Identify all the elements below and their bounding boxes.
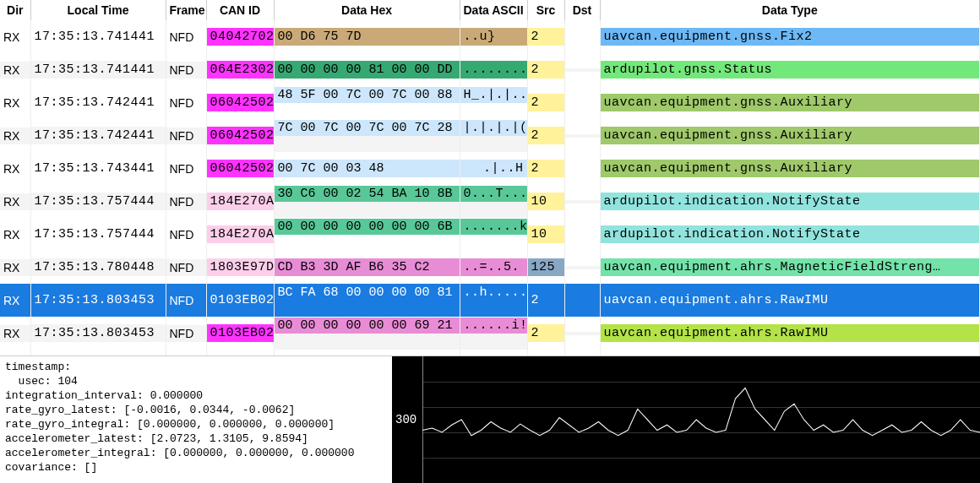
plot-y-label: 300	[395, 413, 416, 426]
col-ascii[interactable]: Data ASCII	[460, 0, 527, 20]
table-row[interactable]: RX17:35:13.803453NFD0103EB0200 00 00 00 …	[0, 317, 980, 350]
table-row[interactable]: RX17:35:13.803453NFD0103EB02BC FA 68 00 …	[0, 284, 980, 317]
table-row[interactable]: RX17:35:13.780448NFD1803E97DCD B3 3D AF …	[0, 251, 980, 284]
table-header-row: Dir Local Time Frame CAN ID Data Hex Dat…	[0, 0, 980, 20]
col-src[interactable]: Src	[527, 0, 564, 20]
table-row[interactable]: RX17:35:13.742441NFD060425027C 00 7C 00 …	[0, 119, 980, 152]
table-row[interactable]	[0, 350, 980, 356]
col-canid[interactable]: CAN ID	[206, 0, 274, 20]
table-row[interactable]: RX17:35:13.741441NFD0404270200 D6 75 7D.…	[0, 20, 980, 53]
col-hex[interactable]: Data Hex	[274, 0, 460, 20]
col-type[interactable]: Data Type	[600, 0, 980, 20]
table-row[interactable]: RX17:35:13.743441NFD0604250200 7C 00 03 …	[0, 152, 980, 185]
plot-pane[interactable]: 300	[392, 356, 980, 483]
col-time[interactable]: Local Time	[30, 0, 166, 20]
col-dst[interactable]: Dst	[564, 0, 600, 20]
table-row[interactable]: RX17:35:13.742441NFD0604250248 5F 00 7C …	[0, 86, 980, 119]
packet-table[interactable]: Dir Local Time Frame CAN ID Data Hex Dat…	[0, 0, 980, 356]
detail-pane[interactable]: timestamp: usec: 104 integration_interva…	[0, 356, 392, 483]
col-dir[interactable]: Dir	[0, 0, 30, 20]
table-row[interactable]: RX17:35:13.757444NFD184E270A30 C6 00 02 …	[0, 185, 980, 218]
col-frame[interactable]: Frame	[166, 0, 206, 20]
table-row[interactable]: RX17:35:13.741441NFD064E230200 00 00 00 …	[0, 53, 980, 86]
table-row[interactable]: RX17:35:13.757444NFD184E270A00 00 00 00 …	[0, 218, 980, 251]
